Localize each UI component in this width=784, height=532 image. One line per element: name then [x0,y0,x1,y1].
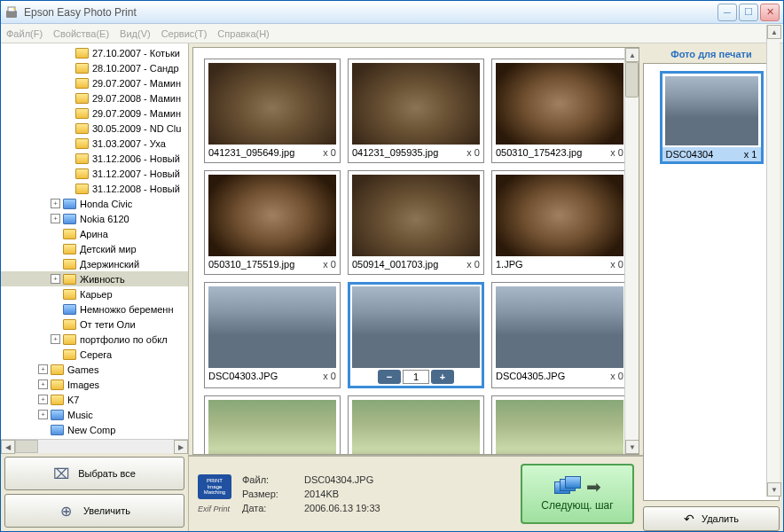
thumbnail[interactable]: 050914_001703.jpgx 0 [348,170,484,275]
tree-item[interactable]: +Music [1,407,188,422]
tree-item-label: 29.07.2007 - Мамин [92,78,181,89]
queued-thumb[interactable]: DSC04304 x 1 [660,71,764,164]
thumb-name: 041231_095935.jpg [352,147,438,158]
scroll-right-icon[interactable]: ▶ [174,440,188,454]
qty-input[interactable] [403,370,429,384]
thumbnail[interactable] [491,395,628,454]
tree-item-label: 28.10.2007 - Сандр [92,63,179,74]
tree-item[interactable]: 27.10.2007 - Котьки [1,45,188,60]
folder-icon [63,229,76,239]
delete-button[interactable]: ↶ Удалить [643,506,780,531]
tree-item[interactable]: +Живность [1,271,188,286]
tree-item[interactable]: +Honda Civic [1,196,188,211]
queue-vscroll[interactable]: ▲▼ [766,63,780,497]
tree-item[interactable]: 31.12.2007 - Новый [1,166,188,181]
folder-icon [75,48,89,59]
arrow-right-icon: ➡ [586,476,601,497]
tree-item[interactable]: +портфолио по обкл [1,332,188,347]
zoom-button[interactable]: ⊕ Увеличить [4,494,184,528]
expand-icon[interactable]: + [51,199,60,208]
meta-file-value: DSC04304.JPG [304,474,380,485]
tree-item[interactable]: Детский мир [1,241,188,256]
tree-item-label: 31.03.2007 - Уха [92,138,166,149]
expand-icon[interactable]: + [51,274,60,284]
thumbnail[interactable]: 050310_175519.jpgx 0 [204,170,341,275]
expand-icon[interactable]: + [38,395,48,404]
tree-item[interactable]: Дзержинский [1,256,188,271]
tree-item-label: K7 [67,395,79,405]
scroll-up-icon[interactable]: ▲ [625,48,639,62]
expand-icon [63,48,73,58]
maximize-button[interactable]: ☐ [739,4,758,21]
tree-item-label: New Comp [67,425,115,435]
tree-item-label: портфолио по обкл [80,334,168,345]
menu-help[interactable]: Справка(H) [217,28,269,39]
menu-service[interactable]: Сервис(T) [161,28,208,39]
thumb-vscroll[interactable]: ▲ ▼ [624,48,639,454]
thumbnail[interactable]: DSC04305.JPGx 0 [491,282,628,388]
qty-minus-button[interactable]: − [378,370,401,384]
expand-icon[interactable]: + [38,379,48,389]
thumbnail[interactable]: 041231_095935.jpgx 0 [348,59,484,163]
tree-item[interactable]: 28.10.2007 - Сандр [1,60,188,75]
tree-item[interactable]: Серега [1,347,188,362]
tree-item-label: Детский мир [80,244,137,254]
thumbnail[interactable] [204,395,341,454]
tree-item[interactable]: 29.07.2009 - Мамин [1,106,188,121]
tree-item[interactable]: Немножко беременн [1,301,188,317]
tree-item[interactable]: +Images [1,377,188,392]
tree-item-label: Арина [80,229,108,239]
folder-icon [51,425,64,435]
tree-item[interactable]: 31.12.2006 - Новый [1,151,188,166]
thumbnail[interactable]: 041231_095649.jpgx 0 [204,59,341,163]
expand-icon [51,289,60,299]
next-step-label: Следующ. шаг [541,499,613,512]
titlebar: Epson Easy Photo Print ─ ☐ ✕ [1,1,783,24]
menu-props[interactable]: Свойства(E) [53,28,109,39]
thumbnail[interactable]: 1.JPGx 0 [491,170,628,275]
expand-icon [63,78,73,88]
next-step-button[interactable]: ➡ Следующ. шаг [521,464,634,524]
tree-item-label: Music [67,410,93,420]
expand-icon[interactable]: + [51,214,60,223]
qty-plus-button[interactable]: + [431,370,454,384]
menu-view[interactable]: Вид(V) [120,28,151,39]
tree-hscroll[interactable]: ◀ ▶ [1,439,188,453]
tree-item[interactable]: +Programs [1,437,188,439]
tree-item[interactable]: От тети Оли [1,317,188,332]
scroll-down-icon[interactable]: ▼ [625,440,639,454]
thumbnail[interactable]: −+ [348,282,484,388]
tree-item[interactable]: 30.05.2009 - ND Clu [1,121,188,136]
expand-icon [63,168,73,178]
minimize-button[interactable]: ─ [717,4,737,21]
tree-item[interactable]: +Games [1,362,188,377]
expand-icon[interactable]: + [51,334,60,344]
tree-item[interactable]: Арина [1,226,188,241]
thumbnail[interactable] [348,395,484,454]
tree-item[interactable]: 31.12.2008 - Новый [1,181,188,196]
expand-icon[interactable]: + [38,364,48,374]
scroll-left-icon[interactable]: ◀ [1,440,15,454]
expand-icon [51,304,60,314]
tree-item[interactable]: 29.07.2008 - Мамин [1,90,188,106]
menu-file[interactable]: Файл(F) [6,28,43,39]
tree-item-label: Карьер [80,289,113,300]
expand-icon[interactable]: + [38,410,48,419]
queued-name: DSC04304 [666,149,714,160]
thumbnail[interactable]: 050310_175423.jpgx 0 [491,59,628,163]
tree-item[interactable]: +K7 [1,392,188,407]
undo-arrow-icon: ↶ [684,512,694,526]
logos: PRINTImageMatching Exif Print [198,464,231,524]
tree-item[interactable]: Карьер [1,286,188,301]
folder-tree[interactable]: 27.10.2007 - Котьки28.10.2007 - Сандр29.… [1,43,188,439]
expand-icon [63,184,73,193]
tree-item[interactable]: +Nokia 6120 [1,211,188,226]
select-all-button[interactable]: ⌧ Выбрать все [4,457,184,490]
folder-icon [51,395,64,405]
tree-item[interactable]: New Comp [1,422,188,437]
close-button[interactable]: ✕ [760,4,780,21]
tree-item[interactable]: 31.03.2007 - Уха [1,136,188,151]
tree-item[interactable]: 29.07.2007 - Мамин [1,75,188,90]
photo-stack-icon [554,476,581,497]
thumbnail[interactable]: DSC04303.JPGx 0 [204,282,341,388]
